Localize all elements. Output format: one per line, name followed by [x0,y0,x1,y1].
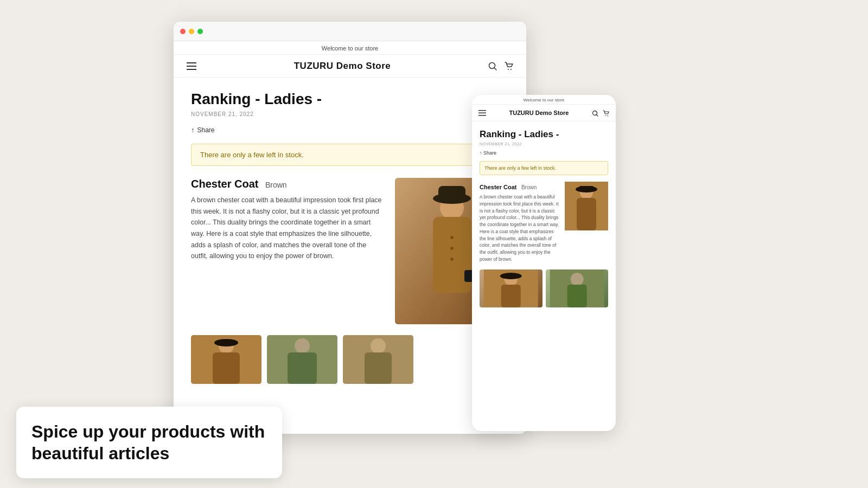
mobile-article-date: NOVEMBER 21, 2022 [480,142,608,146]
svg-point-44 [570,273,583,286]
mobile-cart-icon[interactable] [603,109,609,117]
caption-text: Spice up your products with beautiful ar… [31,421,267,464]
svg-rect-41 [501,285,521,307]
desktop-product-name: Chester Coat [191,178,258,190]
svg-point-25 [371,338,386,354]
desktop-product-text: Chester Coat Brown A brown chester coat … [191,178,384,262]
desktop-stock-notice: There are only a few left in stock. [191,144,509,166]
svg-point-33 [607,115,608,117]
mobile-share-button[interactable]: ↑ Share [480,150,608,156]
desktop-share-label: Share [197,126,215,134]
svg-rect-11 [438,186,465,201]
desktop-share-button[interactable]: ↑ Share [191,126,215,134]
browser-bar [174,22,526,41]
svg-rect-20 [218,339,234,346]
mobile-product-row: Chester Coat Brown A brown chester coat … [480,182,608,263]
mobile-search-icon[interactable] [592,109,598,117]
desktop-share-icon: ↑ [191,126,195,134]
svg-line-31 [596,114,598,116]
desktop-cart-icon[interactable] [505,61,513,71]
desktop-topbar-text: Welcome to our store [322,45,378,52]
mobile-product-name: Chester Coat [480,184,516,190]
mobile-thumb-1 [480,269,542,307]
desktop-thumb-row [191,335,509,384]
desktop-thumb-1 [191,335,261,384]
svg-rect-28 [478,113,486,114]
desktop-store-title: TUZURU Demo Store [294,61,391,72]
svg-rect-38 [579,186,594,191]
mobile-share-label: Share [483,150,496,156]
svg-rect-1 [187,66,196,67]
desktop-product-row: Chester Coat Brown A brown chester coat … [191,178,509,324]
mobile-stock-notice: There are only a few left in stock. [480,161,608,175]
caption-box: Spice up your products with beautiful ar… [16,407,282,478]
browser-dot-close [180,29,186,34]
svg-point-22 [295,338,310,354]
mobile-topbar-text: Welcome to our store [524,98,565,102]
desktop-store-topbar: Welcome to our store [174,41,526,55]
mobile-header-icons [592,109,609,117]
mobile-thumb-2 [546,269,609,307]
svg-rect-45 [567,285,586,307]
desktop-product-desc: A brown chester coat with a beautiful im… [191,195,384,262]
mobile-thumb-row [480,269,608,307]
svg-rect-29 [478,115,486,116]
mobile-store-title: TUZURU Demo Store [509,110,569,116]
mobile-product-desc: A brown chester coat with a beautiful im… [480,194,560,263]
svg-rect-27 [478,110,486,111]
desktop-thumb-2 [267,335,337,384]
svg-point-5 [508,69,509,70]
desktop-store-header: TUZURU Demo Store [174,55,526,78]
svg-point-13 [450,247,454,250]
mobile-topbar: Welcome to our store [472,95,616,105]
desktop-article-date: NOVEMBER 21, 2022 [191,111,509,117]
svg-point-6 [510,69,512,70]
browser-dot-minimize [189,29,194,34]
desktop-search-icon[interactable] [488,61,497,71]
svg-point-14 [450,258,454,261]
mobile-product-image [565,182,608,230]
browser-dot-maximize [197,29,203,34]
svg-point-42 [500,273,522,279]
desktop-article-title: Ranking - Ladies - [191,91,509,108]
scene: Welcome to our store TUZURU Demo Store [0,0,868,488]
svg-rect-18 [213,352,240,384]
mobile-article-title: Ranking - Ladies - [480,129,608,140]
desktop-menu-icon[interactable] [187,60,196,72]
svg-point-12 [450,236,454,239]
desktop-thumb-3 [343,335,413,384]
mobile-store-header: TUZURU Demo Store [472,105,616,121]
svg-rect-23 [288,352,317,384]
svg-point-32 [605,115,607,117]
mobile-product-text: Chester Coat Brown A brown chester coat … [480,182,560,263]
svg-rect-2 [187,69,196,70]
svg-line-4 [494,68,496,70]
mobile-content: Ranking - Ladies - NOVEMBER 21, 2022 ↑ S… [472,121,616,431]
mobile-menu-icon[interactable] [478,108,486,118]
mobile-mockup: Welcome to our store TUZURU Demo Store [472,95,616,431]
svg-rect-26 [365,352,392,384]
svg-rect-36 [577,198,596,230]
desktop-product-color: Brown [265,181,287,189]
desktop-header-icons [488,61,513,71]
svg-rect-0 [187,62,196,63]
mobile-product-color: Brown [521,184,537,190]
